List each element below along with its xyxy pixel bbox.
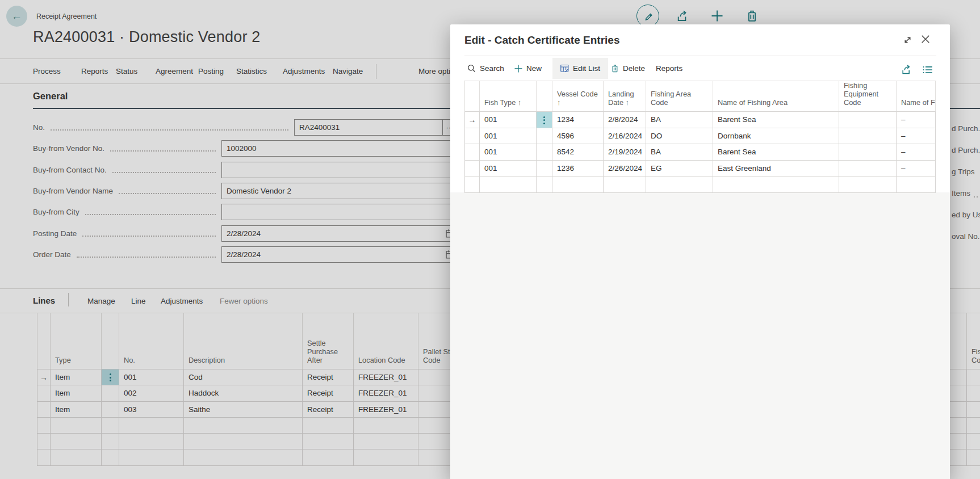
trash-icon	[611, 64, 619, 73]
share-icon	[901, 64, 912, 75]
cell-equipment-code[interactable]	[839, 144, 897, 161]
col-name-of-fis[interactable]: Name of Fis	[897, 81, 936, 112]
cell-landing-date[interactable]: 2/26/2024	[604, 160, 646, 177]
plus-icon	[514, 65, 522, 73]
cell-name-of-fis[interactable]: –	[897, 112, 936, 128]
delete-button[interactable]: Delete	[611, 56, 645, 81]
dialog-body-background	[450, 192, 950, 479]
cell-fishing-area-code[interactable]: BA	[646, 144, 713, 161]
cell-fishing-area-name[interactable]: Dornbank	[713, 128, 839, 144]
edit-list-icon	[560, 64, 569, 73]
col-name-of-fishing-area[interactable]: Name of Fishing Area	[713, 81, 839, 112]
catch-certificate-dialog: Edit - Catch Certificate Entries Search …	[450, 24, 950, 479]
col-fishing-area-code[interactable]: Fishing Area Code	[646, 81, 713, 112]
catch-row[interactable]: 001 4596 2/16/2024 DO Dornbank –	[465, 128, 936, 144]
catch-empty-row[interactable]	[465, 177, 936, 193]
expand-icon	[903, 35, 912, 45]
cell-name-of-fis[interactable]: –	[897, 160, 936, 177]
list-icon	[923, 65, 933, 74]
cell-landing-date[interactable]: 2/19/2024	[604, 144, 646, 161]
cell-vessel-code[interactable]: 1234	[552, 112, 604, 128]
cell-landing-date[interactable]: 2/16/2024	[604, 128, 646, 144]
dialog-title: Edit - Catch Certificate Entries	[464, 34, 619, 47]
cell-fish-type[interactable]: 001	[480, 128, 537, 144]
cell-fishing-area-code[interactable]: BA	[646, 112, 713, 128]
list-view-button[interactable]	[923, 65, 933, 74]
new-button[interactable]: New	[514, 56, 542, 81]
cell-equipment-code[interactable]	[839, 128, 897, 144]
catch-row[interactable]: 001 1236 2/26/2024 EG East Greenland –	[465, 160, 936, 177]
search-button[interactable]: Search	[467, 56, 504, 81]
app-window: ← Receipt Agreement RA2400031 · Domestic…	[0, 0, 980, 479]
cell-fishing-area-name[interactable]: Barent Sea	[713, 112, 839, 128]
cell-options[interactable]	[537, 112, 552, 128]
edit-list-button[interactable]: Edit List	[552, 58, 608, 79]
cell-fishing-area-name[interactable]: Barent Sea	[713, 144, 839, 161]
cell-fish-type[interactable]: 001	[480, 112, 537, 128]
col-fishing-equipment-code[interactable]: Fishing Equipment Code	[839, 81, 897, 112]
row-marker: →	[465, 112, 480, 128]
cell-vessel-code[interactable]: 4596	[552, 128, 604, 144]
cell-equipment-code[interactable]	[839, 112, 897, 128]
search-icon	[467, 64, 476, 73]
cell-vessel-code[interactable]: 1236	[552, 160, 604, 177]
close-icon	[921, 35, 930, 44]
dialog-header-row: Fish Type ↑ Vessel Code ↑ Landing Date ↑…	[465, 81, 936, 112]
share-list-button[interactable]	[901, 64, 912, 75]
cell-equipment-code[interactable]	[839, 160, 897, 177]
cell-name-of-fis[interactable]: –	[897, 144, 936, 161]
cell-fishing-area-code[interactable]: EG	[646, 160, 713, 177]
col-fish-type[interactable]: Fish Type ↑	[480, 81, 537, 112]
col-landing-date[interactable]: Landing Date ↑	[604, 81, 646, 112]
cell-fish-type[interactable]: 001	[480, 160, 537, 177]
col-vessel-code[interactable]: Vessel Code ↑	[552, 81, 604, 112]
catch-row[interactable]: 001 8542 2/19/2024 BA Barent Sea –	[465, 144, 936, 161]
cell-vessel-code[interactable]: 8542	[552, 144, 604, 161]
reports-button[interactable]: Reports	[656, 56, 682, 81]
expand-dialog-button[interactable]	[903, 35, 912, 45]
catch-row[interactable]: → 001 1234 2/8/2024 BA Barent Sea –	[465, 112, 936, 128]
cell-fish-type[interactable]: 001	[480, 144, 537, 161]
ellipsis-vertical-icon	[543, 116, 545, 124]
cell-name-of-fis[interactable]: –	[897, 128, 936, 144]
cell-fishing-area-name[interactable]: East Greenland	[713, 160, 839, 177]
catch-certificate-table: Fish Type ↑ Vessel Code ↑ Landing Date ↑…	[464, 81, 935, 193]
cell-landing-date[interactable]: 2/8/2024	[604, 112, 646, 128]
cell-fishing-area-code[interactable]: DO	[646, 128, 713, 144]
close-dialog-button[interactable]	[921, 35, 930, 44]
